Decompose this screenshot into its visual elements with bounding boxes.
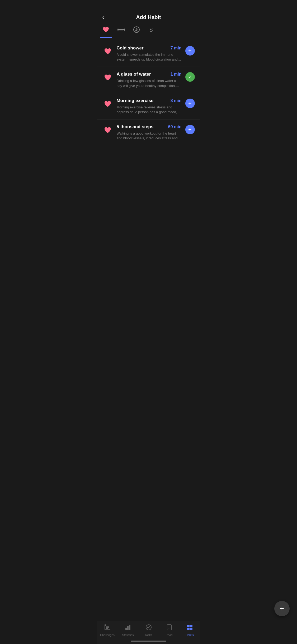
- tab-fitness[interactable]: [117, 27, 125, 37]
- header: ‹ Add Habit: [97, 12, 200, 23]
- heart-icon: [102, 26, 109, 34]
- habit-duration: 60 min: [168, 125, 182, 129]
- habit-content: Cold shower 7 min A cold shower stimulat…: [117, 45, 182, 62]
- add-habit-button[interactable]: +: [185, 99, 195, 108]
- svg-rect-1: [119, 29, 119, 30]
- habit-description: A cold shower stimulates the immune syst…: [117, 52, 182, 62]
- plus-icon: +: [188, 48, 192, 54]
- svg-rect-2: [119, 29, 123, 30]
- tab-health[interactable]: [102, 26, 109, 38]
- add-habit-button[interactable]: +: [185, 46, 195, 56]
- svg-rect-3: [123, 29, 124, 30]
- habit-category-icon: [102, 72, 113, 83]
- chat-icon: あ: [133, 26, 140, 35]
- svg-rect-0: [117, 29, 119, 31]
- habit-category-icon: [102, 46, 113, 57]
- added-habit-button[interactable]: ✓: [185, 72, 195, 82]
- habit-duration: 8 min: [171, 98, 182, 103]
- habit-name: Cold shower: [117, 45, 168, 51]
- plus-icon: +: [188, 100, 192, 106]
- plus-icon: +: [188, 127, 192, 132]
- habit-item: Morning exercise 8 min Morning exercise …: [97, 93, 200, 119]
- back-button[interactable]: ‹: [102, 15, 104, 20]
- habit-item: Cold shower 7 min A cold shower stimulat…: [97, 41, 200, 67]
- svg-rect-4: [124, 29, 125, 31]
- habit-content: Morning exercise 8 min Morning exercise …: [117, 98, 182, 114]
- habit-content: A glass of water 1 min Drinking a few gl…: [117, 72, 182, 88]
- dumbbell-icon: [117, 27, 125, 34]
- habit-description: Drinking a few glasses of clean water a …: [117, 79, 182, 88]
- habit-content: 5 thousand steps 60 min Walking is a goo…: [117, 124, 182, 141]
- check-icon: ✓: [188, 74, 192, 80]
- habit-description: Walking is a good workout for the heart …: [117, 131, 182, 141]
- status-bar: [97, 0, 200, 12]
- dollar-icon: $: [148, 26, 154, 35]
- habit-item: 5 thousand steps 60 min Walking is a goo…: [97, 119, 200, 146]
- svg-text:あ: あ: [135, 28, 138, 32]
- habit-duration: 7 min: [171, 46, 182, 50]
- habit-category-icon: [102, 125, 113, 135]
- habit-duration: 1 min: [171, 72, 182, 77]
- habit-item: A glass of water 1 min Drinking a few gl…: [97, 67, 200, 93]
- habit-name: 5 thousand steps: [117, 124, 166, 130]
- svg-text:$: $: [149, 26, 152, 33]
- category-tabs: あ $: [97, 23, 200, 38]
- add-habit-button[interactable]: +: [185, 125, 195, 134]
- habit-category-icon: [102, 99, 113, 109]
- habit-name: A glass of water: [117, 72, 168, 77]
- tab-finance[interactable]: $: [148, 26, 154, 38]
- habit-name: Morning exercise: [117, 98, 168, 103]
- habit-description: Morning exercise relieves stress and dep…: [117, 105, 182, 114]
- habits-list: Cold shower 7 min A cold shower stimulat…: [97, 38, 200, 149]
- tab-mindset[interactable]: あ: [133, 26, 140, 38]
- page-title: Add Habit: [136, 14, 161, 20]
